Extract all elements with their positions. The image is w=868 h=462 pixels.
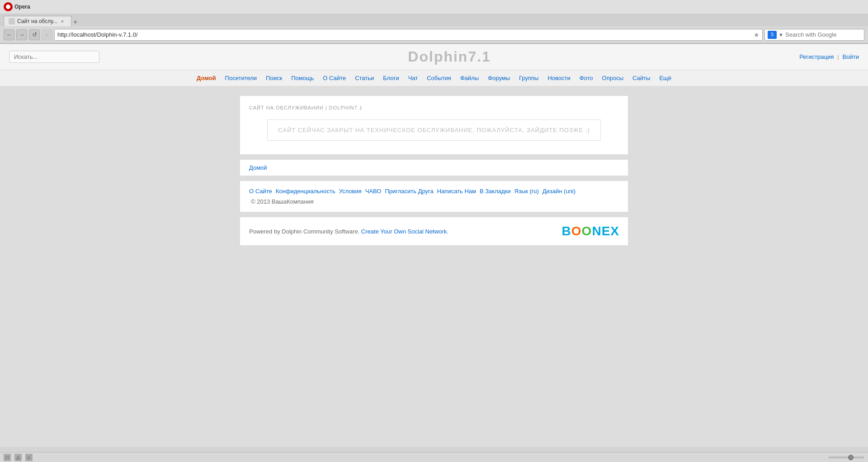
site-search-input[interactable]: [9, 51, 99, 63]
breadcrumb-home-link[interactable]: Домой: [249, 164, 267, 171]
main-content: САЙТ НА ОБСЛУЖИВАНИИ | DOLPHIN7.1 САЙТ С…: [231, 95, 637, 246]
boonex-logo-o2: O: [582, 224, 592, 238]
new-tab-button[interactable]: +: [73, 18, 77, 26]
footer-link-design[interactable]: Дизайн (uni): [542, 188, 576, 195]
boonex-logo-e: E: [602, 224, 610, 238]
powered-link[interactable]: Create Your Own Social Network.: [361, 228, 448, 235]
nav-item-files[interactable]: Файлы: [457, 74, 482, 82]
footer-link-about[interactable]: О Сайте: [249, 188, 272, 195]
search-engine-icon[interactable]: S: [768, 31, 777, 39]
auth-links: Регистрация | Войти: [799, 53, 859, 60]
site-title: Dolphin7.1: [99, 48, 799, 65]
nav-item-polls[interactable]: Опросы: [599, 74, 627, 82]
footer-link-language[interactable]: Язык (ru): [514, 188, 539, 195]
nav-item-more[interactable]: Ещё: [656, 74, 675, 82]
breadcrumb-panel: Домой: [240, 159, 628, 176]
nav-item-articles[interactable]: Статьи: [351, 74, 377, 82]
footer-link-privacy[interactable]: Конфиденциальность: [276, 188, 335, 195]
nav-item-photos[interactable]: Фото: [576, 74, 597, 82]
home-button[interactable]: ⌂: [42, 29, 52, 40]
tab-close-button[interactable]: ×: [61, 19, 64, 24]
tab-title: Сайт на обслу...: [17, 18, 57, 24]
nav-item-sites[interactable]: Сайты: [629, 74, 654, 82]
footer-link-contact[interactable]: Написать Нам: [437, 188, 476, 195]
footer-link-bookmarks[interactable]: В Закладки: [480, 188, 511, 195]
nav-item-blogs[interactable]: Блоги: [379, 74, 402, 82]
nav-item-forums[interactable]: Форумы: [484, 74, 514, 82]
nav-item-news[interactable]: Новости: [544, 74, 574, 82]
back-button[interactable]: ←: [4, 29, 14, 40]
boonex-logo-x: X: [610, 224, 619, 238]
tab-favicon: [9, 18, 15, 24]
register-link[interactable]: Регистрация: [799, 53, 834, 60]
nav-item-chat[interactable]: Чат: [405, 74, 422, 82]
boonex-logo-o1: O: [571, 224, 581, 238]
site-nav: Домой Посетители Поиск Помощь О Сайте Ст…: [0, 70, 868, 86]
boonex-logo-n: N: [592, 224, 601, 238]
search-input[interactable]: [785, 31, 861, 38]
nav-item-help[interactable]: Помощь: [288, 74, 317, 82]
nav-item-home[interactable]: Домой: [193, 74, 220, 82]
url-input[interactable]: [57, 31, 752, 38]
opera-logo: Opera: [4, 2, 30, 11]
maintenance-panel-title: САЙТ НА ОБСЛУЖИВАНИИ | DOLPHIN7.1: [249, 105, 619, 110]
footer-copyright: © 2013 ВашаКомпания: [251, 198, 314, 205]
auth-separator: |: [837, 53, 839, 60]
maintenance-message: САЙТ СЕЙЧАС ЗАКРЫТ НА ТЕХНИЧЕСКОЕ ОБСЛУЖ…: [267, 119, 601, 141]
active-tab[interactable]: Сайт на обслу... ×: [4, 16, 71, 26]
nav-item-visitors[interactable]: Посетители: [222, 74, 261, 82]
forward-button[interactable]: →: [16, 29, 27, 40]
nav-item-events[interactable]: События: [423, 74, 455, 82]
maintenance-panel: САЙТ НА ОБСЛУЖИВАНИИ | DOLPHIN7.1 САЙТ С…: [240, 95, 628, 155]
powered-panel: Powered by Dolphin Community Software. C…: [240, 217, 628, 246]
powered-text: Powered by Dolphin Community Software. C…: [249, 228, 448, 235]
url-bar-container: ★: [54, 29, 763, 41]
nav-item-about[interactable]: О Сайте: [319, 74, 349, 82]
nav-item-search[interactable]: Поиск: [262, 74, 286, 82]
site-header: Dolphin7.1 Регистрация | Войти: [0, 44, 868, 70]
refresh-button[interactable]: ↺: [29, 29, 40, 40]
footer-link-terms[interactable]: Условия: [339, 188, 362, 195]
search-dropdown-button[interactable]: ▼: [778, 32, 783, 38]
login-link[interactable]: Войти: [843, 53, 859, 60]
bookmark-star-icon[interactable]: ★: [754, 31, 760, 38]
nav-item-groups[interactable]: Группы: [515, 74, 542, 82]
footer-link-faq[interactable]: ЧАВО: [365, 188, 382, 195]
boonex-logo: B O O N E X: [562, 224, 619, 238]
footer-links-panel: О Сайте Конфиденциальность Условия ЧАВО …: [240, 181, 628, 212]
search-bar-container: S ▼: [764, 29, 864, 41]
footer-link-invite[interactable]: Пригласить Друга: [385, 188, 433, 195]
boonex-logo-b: B: [562, 224, 571, 238]
